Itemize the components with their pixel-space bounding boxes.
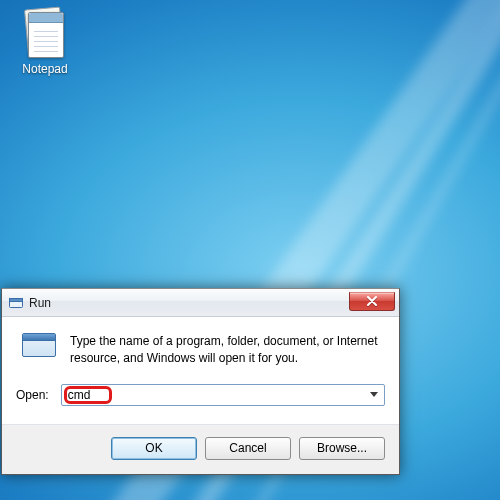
run-sysmenu-icon[interactable] (8, 295, 24, 311)
ok-button[interactable]: OK (111, 437, 197, 460)
dropdown-arrow-icon[interactable] (366, 392, 382, 397)
close-button[interactable] (349, 292, 395, 311)
titlebar[interactable]: Run (2, 289, 399, 317)
notepad-icon (24, 8, 66, 58)
dialog-title: Run (29, 296, 349, 310)
open-combobox[interactable] (61, 384, 385, 406)
run-icon (22, 333, 58, 363)
run-dialog: Run Type the name of a program, folder, … (1, 288, 400, 475)
open-label: Open: (16, 388, 49, 402)
svg-rect-1 (10, 298, 23, 301)
desktop-icon-notepad[interactable]: Notepad (8, 4, 82, 80)
open-input[interactable] (62, 385, 366, 405)
close-icon (367, 296, 377, 306)
desktop-icon-label: Notepad (8, 62, 82, 76)
cancel-button[interactable]: Cancel (205, 437, 291, 460)
browse-button[interactable]: Browse... (299, 437, 385, 460)
dialog-button-row: OK Cancel Browse... (2, 424, 399, 474)
dialog-description: Type the name of a program, folder, docu… (70, 333, 385, 368)
